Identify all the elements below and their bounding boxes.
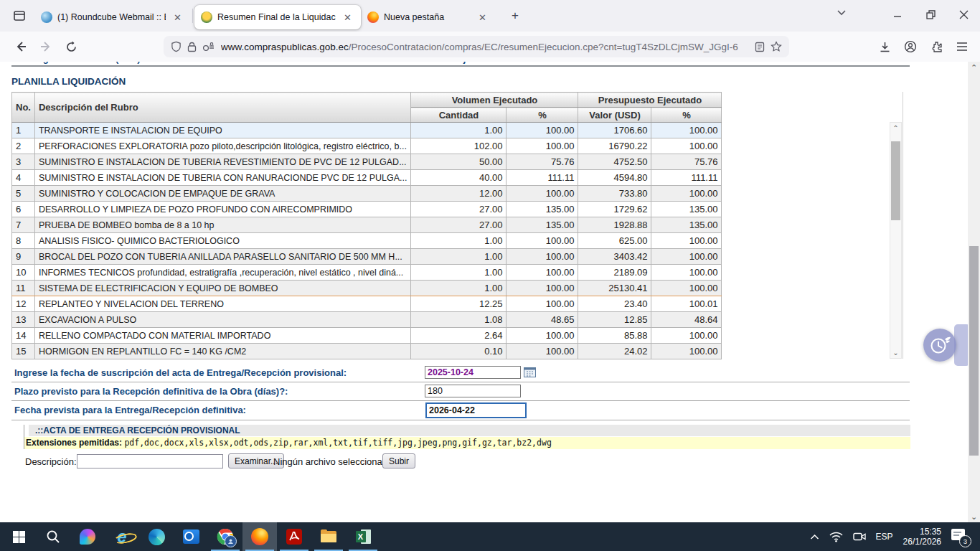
table-row[interactable]: 2PERFORACIONES EXPLORATORIA pozo piloto,… [12, 138, 722, 154]
descripcion-label: Descripción: [25, 456, 77, 467]
table-row[interactable]: 13EXCAVACION A PULSO1.0848.6512.8548.64 [12, 312, 722, 328]
cell-desc: RELLENO COMPACTADO CON MATERIAL IMPORTAD… [34, 328, 411, 344]
downloads-icon[interactable] [874, 36, 895, 57]
copilot-icon [80, 529, 95, 545]
outlook-icon [183, 529, 199, 544]
plazo-input[interactable] [425, 385, 521, 397]
cell-desc: TRANSPORTE E INSTALACION DE EQUIPO [34, 123, 411, 138]
cell-no: 14 [12, 328, 35, 344]
cell-cantidad: 1.00 [411, 281, 507, 296]
tab-resumen-liquidacion[interactable]: Resumen Final de la Liquidación ✕ [194, 5, 361, 29]
tab-roundcube[interactable]: (1) Roundcube Webmail :: Entra ✕ [34, 5, 191, 29]
notification-center-button[interactable]: 3 [951, 527, 970, 546]
cell-pct1: 100.00 [507, 123, 578, 138]
calendar-icon[interactable] [524, 367, 537, 377]
taskbar-firefox-button[interactable] [242, 522, 277, 551]
page-scrollbar-thumb[interactable] [969, 246, 979, 456]
page-scroll-down-icon[interactable]: ⌄ [968, 511, 980, 522]
tab-label: Resumen Final de la Liquidación [217, 12, 336, 22]
start-button[interactable] [1, 522, 36, 551]
table-row[interactable]: 1TRANSPORTE E INSTALACION DE EQUIPO1.001… [12, 123, 722, 138]
tray-chevron-icon[interactable] [810, 534, 819, 540]
extensions-list: pdf,doc,docx,xls,xlsx,odt,ods,zip,rar,xm… [124, 438, 551, 448]
cell-desc: BROCAL DEL POZO CON TUBERIA ANILLADA PAR… [34, 249, 411, 265]
table-row[interactable]: 7PRUEBA DE BOMBEO bomba de 8 a 10 hp27.0… [12, 217, 722, 233]
table-row[interactable]: 8ANALISIS FISICO- QUIMICO BACTERIOLOGICO… [12, 233, 722, 249]
multas-value: 0.00 % [788, 62, 816, 64]
upload-row: Descripción: Examinar... Ningún archivo … [24, 453, 741, 471]
table-row[interactable]: 11SISTEMA DE ELECTRIFICACION Y EQUIPO DE… [12, 281, 722, 296]
bookmark-star-icon[interactable] [771, 41, 782, 52]
page-scrollbar[interactable]: ⌃ ⌄ [968, 62, 980, 522]
close-button[interactable] [947, 0, 980, 29]
search-icon [46, 529, 60, 544]
cell-pct2: 135.00 [651, 217, 722, 233]
fecha-suscripcion-input[interactable] [425, 366, 521, 379]
url-bar[interactable]: www.compraspublicas.gob.ec/ProcesoContra… [164, 36, 789, 57]
cell-desc: ANALISIS FISICO- QUIMICO BACTERIOLOGICO [34, 233, 411, 249]
tab-close-icon[interactable]: ✕ [341, 11, 354, 24]
scroll-down-icon[interactable]: ⌄ [890, 347, 901, 358]
url-text[interactable]: www.compraspublicas.gob.ec/ProcesoContra… [221, 42, 749, 52]
cell-desc: EXCAVACION A PULSO [34, 312, 411, 328]
cell-pct1: 100.00 [507, 296, 578, 312]
back-icon[interactable] [10, 36, 32, 57]
meet-now-icon[interactable] [853, 532, 866, 542]
taskbar-search-button[interactable] [36, 522, 70, 551]
taskbar-ie-button[interactable]: e [105, 522, 139, 551]
taskbar-explorer-button[interactable] [311, 522, 346, 551]
taskbar-outlook-button[interactable] [174, 522, 208, 551]
subir-button[interactable]: Subir [382, 453, 415, 468]
taskbar-acrobat-button[interactable] [277, 522, 311, 551]
restore-button[interactable] [914, 0, 947, 29]
scroll-up-icon[interactable]: ⌃ [890, 123, 901, 133]
cell-pct2: 100.00 [651, 328, 722, 344]
table-row[interactable]: 12REPLANTEO Y NIVELACION DEL TERRENO12.2… [12, 296, 722, 312]
table-scrollbar[interactable]: ⌃ ⌄ [890, 122, 902, 359]
table-scrollbar-thumb[interactable] [891, 141, 900, 220]
menu-icon[interactable] [951, 36, 973, 57]
table-row[interactable]: 6DESARROLLO Y LIMPIEZA DE POZO PROFUNDO … [12, 202, 722, 217]
floating-clock-widget[interactable] [923, 329, 956, 362]
taskbar-edge-button[interactable] [139, 522, 174, 551]
cell-valor: 16790.22 [578, 138, 651, 154]
list-all-tabs-icon[interactable] [837, 7, 847, 17]
reload-icon[interactable] [60, 36, 82, 57]
toolbar-right-icons [874, 36, 973, 57]
table-row[interactable]: 4SUMINISTRO E INSTALACION DE TUBERIA CON… [12, 170, 722, 186]
tab-close-icon[interactable]: ✕ [476, 11, 489, 24]
table-row[interactable]: 15HORMIGON EN REPLANTILLO FC = 140 KG /C… [12, 344, 722, 359]
forward-icon[interactable] [35, 36, 57, 57]
page-title: PLANILLA LIQUIDACIÓN [11, 76, 126, 87]
acta-section: .::ACTA DE ENTREGA RECEPCIÓN PROVISIONAL… [24, 425, 910, 449]
descripcion-input[interactable] [77, 454, 223, 468]
language-indicator[interactable]: ESP [876, 532, 893, 542]
browser-toolbar: www.compraspublicas.gob.ec/ProcesoContra… [0, 32, 980, 62]
reader-mode-icon[interactable] [755, 42, 765, 52]
prorrogas-value: 0 [286, 62, 291, 64]
minimize-button[interactable] [881, 0, 914, 29]
tab-close-icon[interactable]: ✕ [171, 11, 184, 24]
fecha-definitiva-input[interactable] [425, 402, 527, 418]
clock[interactable]: 15:35 26/1/2026 [903, 527, 941, 547]
table-row[interactable]: 14RELLENO COMPACTADO CON MATERIAL IMPORT… [12, 328, 722, 344]
tab-nueva-pestana[interactable]: Nueva pestaña ✕ [361, 5, 496, 29]
taskbar-chrome-button[interactable] [208, 522, 242, 551]
tracking-shield-icon[interactable] [171, 41, 182, 52]
table-row[interactable]: 9BROCAL DEL POZO CON TUBERIA ANILLADA PA… [12, 249, 722, 265]
taskbar-copilot-button[interactable] [70, 522, 105, 551]
table-row[interactable]: 3SUMINISTRO E INSTALACION DE TUBERIA REV… [12, 154, 722, 170]
taskbar-excel-button[interactable]: X [346, 522, 380, 551]
firefox-view-icon[interactable] [10, 6, 29, 25]
table-row[interactable]: 5SUMINISTRO Y COLOCACION DE EMPAQUE DE G… [12, 186, 722, 202]
page-scroll-up-icon[interactable]: ⌃ [968, 62, 980, 73]
account-icon[interactable] [900, 36, 921, 57]
form-row-plazo: Plazo previsto para la Recepción definit… [11, 382, 910, 401]
wifi-icon[interactable] [829, 532, 843, 542]
table-row[interactable]: 10INFORMES TECNICOS profundidad, estrati… [12, 265, 722, 281]
extensions-icon[interactable] [925, 36, 947, 57]
cell-pct1: 100.00 [507, 249, 578, 265]
permissions-icon[interactable] [202, 42, 215, 52]
lock-icon[interactable] [187, 42, 197, 52]
new-tab-button[interactable]: + [506, 7, 524, 24]
